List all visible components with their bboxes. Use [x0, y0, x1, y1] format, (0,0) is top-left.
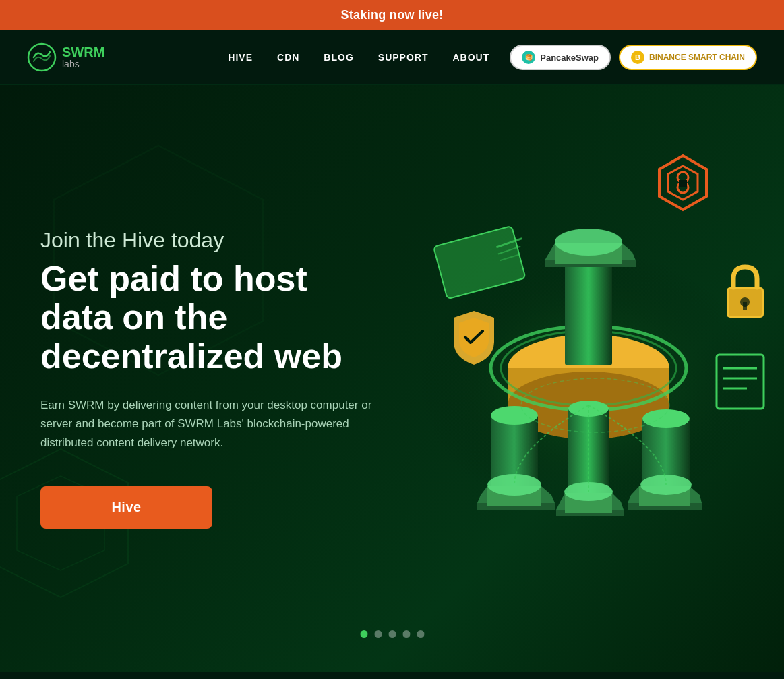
binance-label: BINANCE SMART CHAIN [649, 53, 745, 62]
logo[interactable]: SWRM labs [27, 42, 104, 72]
carousel-dot-3[interactable] [388, 630, 396, 638]
svg-point-34 [555, 229, 622, 256]
navbar: SWRM labs HIVE CDN BLOG SUPPORT ABOUT 🥞 … [0, 30, 784, 85]
binance-icon: B [631, 51, 644, 64]
nav-hive[interactable]: HIVE [228, 52, 253, 63]
swrm-logo-icon [27, 42, 57, 72]
nav-blog[interactable]: BLOG [324, 52, 353, 63]
svg-rect-29 [565, 254, 612, 365]
hero-title: Get paid to host data on the decentraliz… [40, 260, 378, 376]
top-banner: Staking now live! [0, 0, 784, 30]
logo-text: SWRM labs [62, 45, 104, 69]
carousel-dots [360, 630, 424, 638]
svg-point-12 [491, 406, 538, 425]
svg-rect-44 [743, 302, 747, 310]
hero-illustration [393, 112, 784, 584]
carousel-dot-1[interactable] [360, 630, 367, 638]
pancake-icon: 🥞 [522, 51, 535, 64]
svg-point-0 [28, 44, 55, 71]
hive-cta-button[interactable]: Hive [40, 486, 212, 529]
hero-title-line1: Get paid to host data on the [40, 259, 307, 336]
nav-cdn[interactable]: CDN [277, 52, 299, 63]
nav-about[interactable]: ABOUT [453, 52, 490, 63]
nav-support[interactable]: SUPPORT [378, 52, 429, 63]
svg-rect-40 [679, 180, 687, 187]
nav-links: HIVE CDN BLOG SUPPORT ABOUT [228, 51, 489, 63]
hero-content: Join the Hive today Get paid to host dat… [0, 187, 418, 569]
carousel-dot-4[interactable] [402, 630, 410, 638]
banner-text: Staking now live! [340, 8, 443, 22]
pancakeswap-label: PancakeSwap [540, 53, 599, 63]
hero-title-line2: decentralized web [40, 336, 342, 376]
hero-subtitle: Join the Hive today [40, 228, 378, 253]
nav-buttons: 🥞 PancakeSwap B BINANCE SMART CHAIN [510, 45, 757, 70]
carousel-dot-5[interactable] [417, 630, 424, 638]
svg-point-24 [642, 409, 690, 428]
binance-button[interactable]: B BINANCE SMART CHAIN [619, 45, 757, 70]
svg-point-16 [487, 474, 541, 496]
pancakeswap-button[interactable]: 🥞 PancakeSwap [510, 45, 611, 70]
hero-section: Join the Hive today Get paid to host dat… [0, 85, 784, 672]
carousel-dot-2[interactable] [374, 630, 382, 638]
hero-description: Earn SWRM by delivering content from you… [40, 396, 378, 452]
